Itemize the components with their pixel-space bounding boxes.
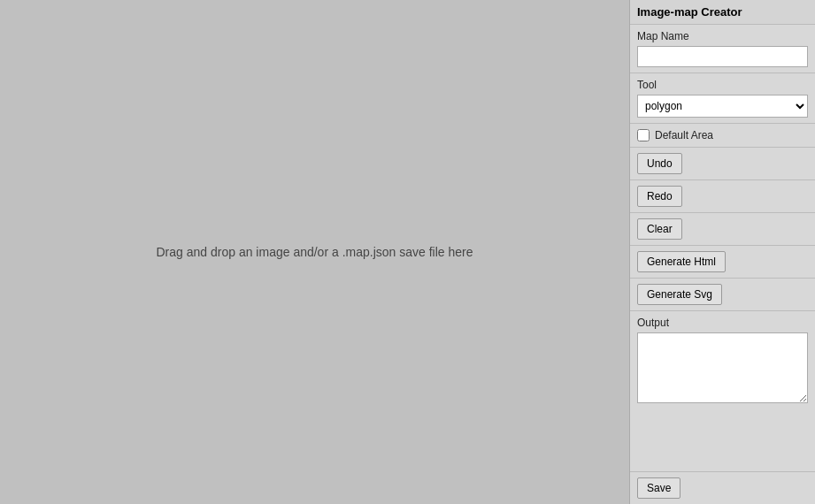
default-area-label: Default Area	[655, 129, 713, 141]
drop-zone[interactable]: Drag and drop an image and/or a .map.jso…	[0, 0, 629, 504]
generate-svg-button[interactable]: Generate Svg	[637, 284, 722, 305]
sidebar: Image-map Creator Map Name Tool polygon …	[629, 0, 815, 504]
redo-section: Redo	[630, 180, 815, 213]
clear-section: Clear	[630, 213, 815, 246]
generate-svg-section: Generate Svg	[630, 279, 815, 311]
sidebar-title: Image-map Creator	[630, 0, 815, 25]
default-area-row: Default Area	[630, 124, 815, 148]
redo-button[interactable]: Redo	[637, 186, 682, 207]
output-label: Output	[637, 317, 808, 329]
tool-select[interactable]: polygon rectangle circle	[637, 95, 808, 118]
save-button[interactable]: Save	[637, 477, 680, 499]
tool-label: Tool	[637, 79, 808, 91]
tool-section: Tool polygon rectangle circle	[630, 73, 815, 124]
clear-button[interactable]: Clear	[637, 218, 682, 240]
output-section: Output	[630, 311, 815, 472]
map-name-input[interactable]	[637, 46, 808, 67]
map-name-section: Map Name	[630, 25, 815, 73]
undo-button[interactable]: Undo	[637, 153, 682, 174]
generate-html-button[interactable]: Generate Html	[637, 251, 726, 272]
output-textarea[interactable]	[637, 332, 808, 403]
map-name-label: Map Name	[637, 30, 808, 42]
generate-html-section: Generate Html	[630, 246, 815, 279]
drop-zone-text: Drag and drop an image and/or a .map.jso…	[157, 245, 473, 259]
save-section: Save	[630, 472, 815, 504]
undo-section: Undo	[630, 148, 815, 180]
default-area-checkbox[interactable]	[637, 129, 650, 141]
